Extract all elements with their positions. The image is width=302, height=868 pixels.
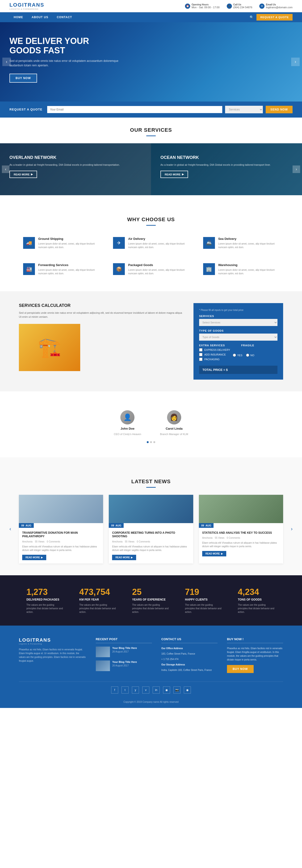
hero-text: Sed ut perspiciatis unde omnis iste natu… <box>9 59 120 68</box>
service-card-ocean: OCEAN NETWORK As a leader in global air … <box>151 143 302 195</box>
stat-km-label: KM PER YEAR <box>79 598 117 601</box>
search-icon[interactable]: 🔍 <box>249 16 254 19</box>
news-prev-arrow[interactable]: ‹ <box>9 526 11 532</box>
footer-buynow-title: BUY NOW ! <box>227 638 283 643</box>
packaging-checkbox[interactable] <box>199 358 202 361</box>
fragile-yes: YES <box>233 353 242 357</box>
call-us-label: Call Us <box>233 3 253 6</box>
add-insurance-label: ADD INSURANCE <box>204 353 226 356</box>
sea-delivery-title: Sea Delivery <box>218 237 279 241</box>
add-insurance-checkbox[interactable] <box>199 353 202 356</box>
stat-clients-label: HAPPY CLIENTS <box>185 598 223 601</box>
nav-home[interactable]: HOME <box>9 12 27 22</box>
footer-contact-title: CONTACT US <box>161 638 217 643</box>
rss-icon[interactable]: ◉ <box>184 686 191 693</box>
overland-readmore-button[interactable]: READ MORE ▶ <box>9 171 37 178</box>
nav-contact[interactable]: CONTACT <box>53 12 76 22</box>
email-value: logitrans@domain.com <box>266 6 293 9</box>
footer-office-label: Our Office Address <box>161 647 217 650</box>
instagram-icon[interactable]: 📷 <box>173 686 180 693</box>
why-choose-section: WHY CHOOSE US 🚚 Ground Shipping Lorem ip… <box>0 195 302 291</box>
hero-buynow-button[interactable]: BUY NOW <box>9 74 37 83</box>
footer-grid: LOGITRANS Logistic & Forwarding Phasellu… <box>19 638 283 675</box>
vimeo-icon[interactable]: v <box>142 686 149 693</box>
request-quote-button[interactable]: REQUEST A QUOTE <box>257 14 293 21</box>
pinterest-icon[interactable]: ◉ <box>163 686 170 693</box>
packaging-label: PACKAGING <box>204 358 220 361</box>
news-content-2: CORPORATE MEETING TURNS INTO A PHOTO SHO… <box>109 528 193 563</box>
packaged-goods-icon: 📦 <box>113 263 125 275</box>
services-slider: ‹ OVERLAND NETWORK As a leader in global… <box>0 143 302 195</box>
linkedin-icon[interactable]: in <box>153 686 160 693</box>
sea-delivery-text: Lorem ipsum dolor sit amet, conec, alip … <box>218 242 279 249</box>
warehousing-title: Warehousing <box>218 263 279 267</box>
send-now-button[interactable]: SEND NOW <box>266 106 293 113</box>
why-grid: 🚚 Ground Shipping Lorem ipsum dolor sit … <box>19 233 283 279</box>
news-date-2: 09 AUG <box>109 523 124 528</box>
stat-clients: 719 HAPPY CLIENTS The values are the gui… <box>185 587 223 614</box>
fragile-no-radio[interactable] <box>246 353 249 357</box>
stat-clients-text: The values are the guiding principles th… <box>185 603 223 614</box>
twitter-icon[interactable]: t <box>122 686 129 693</box>
dot-inactive-1[interactable] <box>150 441 152 443</box>
our-services-section: OUR SERVICES ‹ OVERLAND NETWORK As a lea… <box>0 118 302 195</box>
fragile-options: YES NO <box>233 348 254 362</box>
news-img-3 <box>199 495 283 523</box>
request-bar-label: REQUEST A QUOTE <box>9 107 42 111</box>
nav-about[interactable]: ABOUT US <box>27 12 53 22</box>
total-price: TOTAL PRICE = $ <box>199 366 277 374</box>
calc-type-select[interactable]: Type of Goods <box>199 334 277 341</box>
facebook-icon[interactable]: f <box>111 686 118 693</box>
news-views-2: 55 Views <box>125 540 134 543</box>
packaging-row: PACKAGING <box>199 358 230 361</box>
request-services-select[interactable]: Services <box>225 106 263 113</box>
news-next-arrow[interactable]: › <box>291 526 293 532</box>
news-meta-1: Amchovia 55 Views 0 Comments <box>22 540 100 543</box>
express-delivery-checkbox[interactable] <box>199 348 202 351</box>
hero-next-arrow[interactable]: › <box>291 58 300 66</box>
ocean-readmore-button[interactable]: READ MORE ▶ <box>161 171 188 178</box>
why-item-sea: 🚢 Sea Delivery Lorem ipsum dolor sit ame… <box>199 233 283 253</box>
footer-logo: LOGITRANS <box>19 638 86 643</box>
news-excerpt-1: Etiam vehicula elit VIvwaibus rutrum sit… <box>22 545 100 552</box>
calc-services-select[interactable]: Select Services <box>199 319 277 326</box>
news-readmore-3[interactable]: READ MORE ▶ <box>202 551 226 556</box>
john-avatar: 👤 <box>120 410 134 425</box>
news-readmore-1[interactable]: READ MORE ▶ <box>22 555 46 560</box>
overland-text: As a leader in global air freight forwar… <box>9 163 141 167</box>
footer-about-text: Phasellus ac nisl felis. Etiam facilisis… <box>19 648 86 663</box>
hero-prev-arrow[interactable]: ‹ <box>2 58 11 66</box>
news-meta-3: Amchovia 55 Views 0 Comments <box>202 536 280 539</box>
footer-office-address: 183, Coffee Street Paris, France <box>161 652 217 655</box>
hero-section: ‹ WE DELIVER YOUR GOODS FAST Sed ut pers… <box>0 22 302 101</box>
news-readmore-2[interactable]: READ MORE ▶ <box>112 555 136 560</box>
ocean-title: OCEAN NETWORK <box>161 155 293 160</box>
youtube-icon[interactable]: y <box>132 686 139 693</box>
testimonial-carol: 👩 Carol Linda Branch Manager of KLM <box>160 410 188 436</box>
air-delivery-icon: ✈ <box>113 237 125 249</box>
news-views-3: 55 Views <box>215 536 224 539</box>
calculator-left: SERVICES CALCULATOR Sed ut perspiciatis … <box>19 303 184 371</box>
services-label: SERVICES <box>199 315 277 317</box>
dot-active[interactable] <box>147 441 148 443</box>
john-role: CEO of Cindy's Heaven <box>114 433 141 436</box>
services-prev-arrow[interactable]: ‹ <box>2 165 9 173</box>
dot-inactive-2[interactable] <box>154 441 155 443</box>
fragile-yes-radio[interactable] <box>233 353 236 357</box>
calculator-note: * Please fill all inputs to get your tot… <box>199 309 277 311</box>
news-img-2 <box>109 495 193 523</box>
carol-role: Branch Manager of KLM <box>160 433 188 436</box>
why-item-warehousing: 🏢 Warehousing Lorem ipsum dolor sit amet… <box>199 259 283 279</box>
stat-clients-number: 719 <box>185 587 223 597</box>
logo: LOGITRANS Logistic & Forwarding <box>9 2 44 10</box>
services-next-arrow[interactable]: › <box>293 165 300 173</box>
calculator-section: SERVICES CALCULATOR Sed ut perspiciatis … <box>0 291 302 392</box>
footer-post-date-1: 26 August 2017 <box>112 650 137 653</box>
type-label: TYPE OF GOODS <box>199 329 277 332</box>
why-item-packaged: 📦 Packaged Goods Lorem ipsum dolor sit a… <box>109 259 193 279</box>
news-excerpt-3: Etiam vehicula elit VIvwaibus rutrum sit… <box>202 541 280 548</box>
forwarding-text: Lorem ipsum dolor sit amet, conec, alip … <box>38 268 99 275</box>
footer-buynow-button[interactable]: BUY NOW <box>227 665 254 673</box>
request-email-input[interactable] <box>47 106 222 113</box>
footer-post-img-2 <box>96 660 110 671</box>
